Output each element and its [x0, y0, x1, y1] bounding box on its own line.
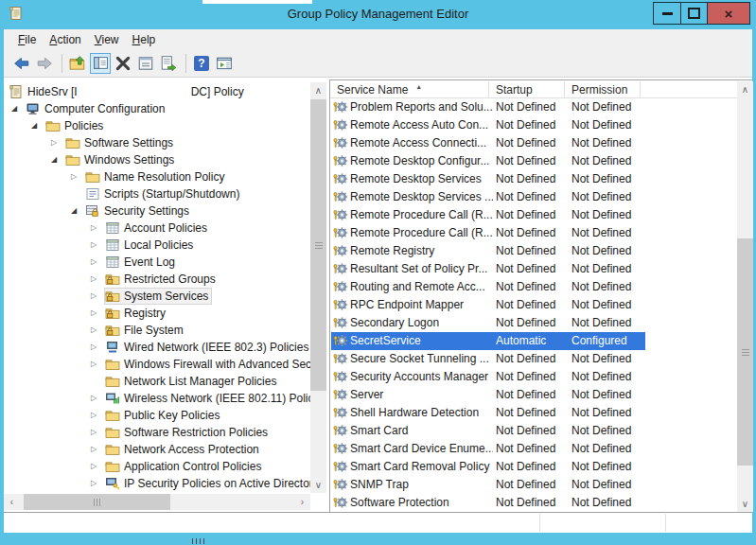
tree-item-network-access-protection[interactable]: ▷ Network Access Protection	[4, 441, 310, 458]
service-row-secretservice[interactable]: SecretService Automatic Configured	[330, 332, 737, 350]
tree-item-file-system[interactable]: ▷ File System	[4, 322, 310, 339]
service-row-remote-procedure-call-r[interactable]: Remote Procedure Call (R... Not Defined …	[330, 206, 737, 224]
tree-item-policies[interactable]: ◢ Policies	[4, 117, 310, 134]
tree-item-software-settings[interactable]: ▷ Software Settings	[4, 134, 310, 151]
expander-icon[interactable]: ▷	[91, 305, 104, 322]
expander-icon[interactable]: ◢	[31, 117, 44, 134]
scroll-down-icon[interactable]: ∨	[737, 496, 753, 512]
tree-item-wireless-network-ieee-802-11-policie[interactable]: ▷ Wireless Network (IEEE 802.11) Policie	[4, 390, 310, 407]
tree-item-windows-firewall-with-advanced-secu[interactable]: ▷ Windows Firewall with Advanced Secu	[4, 356, 310, 373]
tree-hscroll-thumb[interactable]	[24, 494, 170, 510]
tree-horizontal-scrollbar[interactable]: ‹ ›	[4, 494, 310, 510]
tree-item-network-list-manager-policies[interactable]: Network List Manager Policies	[4, 373, 310, 390]
list-vertical-scrollbar[interactable]: ∧ ∨	[737, 81, 753, 512]
service-row-secondary-logon[interactable]: Secondary Logon Not Defined Not Defined	[330, 314, 737, 332]
service-row-rpc-endpoint-mapper[interactable]: RPC Endpoint Mapper Not Defined Not Defi…	[330, 296, 737, 314]
column-header-service-name[interactable]: Service Name▲	[330, 81, 489, 98]
tree-item-wired-network-ieee-802-3-policies[interactable]: ▷ Wired Network (IEEE 802.3) Policies	[4, 339, 310, 356]
service-row-routing-and-remote-acc[interactable]: Routing and Remote Acc... Not Defined No…	[330, 278, 737, 296]
scroll-down-icon[interactable]: ∨	[310, 477, 326, 493]
expander-icon[interactable]: ▷	[91, 339, 104, 356]
tree-item-registry[interactable]: ▷ Registry	[4, 305, 310, 322]
delete-icon[interactable]	[113, 53, 133, 74]
menu-help[interactable]: Help	[126, 31, 163, 48]
tree-item-event-log[interactable]: ▷ Event Log	[4, 254, 310, 271]
service-row-secure-socket-tunneling[interactable]: Secure Socket Tunneling ... Not Defined …	[330, 350, 737, 368]
forward-icon[interactable]	[34, 53, 55, 74]
scroll-up-icon[interactable]: ∧	[737, 81, 753, 97]
scroll-up-icon[interactable]: ∧	[310, 82, 326, 98]
expander-icon[interactable]: ▷	[51, 134, 64, 151]
up-one-level-icon[interactable]	[67, 53, 88, 74]
service-row-remote-registry[interactable]: Remote Registry Not Defined Not Defined	[330, 242, 737, 260]
service-row-resultant-set-of-policy-pr[interactable]: Resultant Set of Policy Pr... Not Define…	[330, 260, 737, 278]
tree-vertical-scrollbar[interactable]: ∧ ∨	[310, 82, 326, 493]
service-row-shell-hardware-detection[interactable]: Shell Hardware Detection Not Defined Not…	[330, 404, 737, 422]
expander-icon[interactable]: ▷	[91, 254, 104, 271]
tree-item-security-settings[interactable]: ◢ Security Settings	[4, 202, 310, 220]
maximize-button[interactable]	[680, 2, 708, 25]
expander-icon[interactable]: ▷	[91, 424, 104, 441]
tree-item-public-key-policies[interactable]: ▷ Public Key Policies	[4, 407, 310, 424]
window-resize-grip[interactable]	[192, 538, 205, 544]
service-row-snmp-trap[interactable]: SNMP Trap Not Defined Not Defined	[330, 476, 737, 494]
expander-icon[interactable]: ▷	[91, 475, 104, 492]
show-console-tree-icon[interactable]	[90, 53, 111, 74]
expander-icon[interactable]: ▷	[91, 237, 104, 254]
service-row-remote-access-connecti[interactable]: Remote Access Connecti... Not Defined No…	[330, 134, 737, 152]
properties-icon[interactable]	[135, 53, 156, 74]
service-row-security-accounts-manager[interactable]: Security Accounts Manager Not Defined No…	[330, 368, 737, 386]
service-row-remote-desktop-services[interactable]: Remote Desktop Services ... Not Defined …	[330, 188, 737, 206]
expander-icon[interactable]: ◢	[11, 100, 25, 117]
expander-icon[interactable]: ▷	[91, 458, 104, 475]
tree-item-computer-configuration[interactable]: ◢ Computer Configuration	[4, 100, 310, 117]
scroll-left-icon[interactable]: ‹	[4, 494, 20, 510]
tree-item-ip-security-policies-on-active-director[interactable]: ▷ IP Security Policies on Active Directo…	[4, 475, 310, 492]
back-icon[interactable]	[11, 53, 32, 74]
service-row-smart-card-removal-policy[interactable]: Smart Card Removal Policy Not Defined No…	[330, 458, 737, 476]
service-row-remote-desktop-services[interactable]: Remote Desktop Services Not Defined Not …	[330, 170, 737, 188]
expander-icon[interactable]: ◢	[71, 202, 84, 220]
column-header-startup[interactable]: Startup	[489, 81, 565, 98]
show-action-pane-icon[interactable]	[214, 53, 235, 74]
tree-item-name-resolution-policy[interactable]: ▷ Name Resolution Policy	[4, 168, 310, 185]
expander-icon[interactable]: ▷	[91, 441, 104, 458]
tree-item-software-restriction-policies[interactable]: ▷ Software Restriction Policies	[4, 424, 310, 441]
expander-icon[interactable]: ▷	[91, 220, 104, 237]
expander-icon[interactable]: ▷	[91, 288, 104, 305]
service-row-smart-card-device-enume[interactable]: Smart Card Device Enume... Not Defined N…	[330, 440, 737, 458]
expander-icon[interactable]: ▷	[71, 168, 84, 185]
expander-icon[interactable]: ▷	[91, 322, 104, 339]
expander-icon[interactable]: ◢	[51, 151, 64, 168]
expander-icon[interactable]: ▷	[91, 390, 104, 407]
expander-icon[interactable]: ▷	[91, 356, 104, 373]
export-list-icon[interactable]	[158, 53, 179, 74]
close-button[interactable]: ×	[707, 2, 750, 25]
menu-view[interactable]: View	[88, 31, 126, 48]
service-row-remote-access-auto-con[interactable]: Remote Access Auto Con... Not Defined No…	[330, 116, 737, 134]
expander-icon[interactable]: ▷	[91, 407, 104, 424]
service-row-software-protection[interactable]: Software Protection Not Defined Not Defi…	[330, 494, 737, 512]
service-row-server[interactable]: Server Not Defined Not Defined	[330, 386, 737, 404]
tree-item-scripts-startup-shutdown[interactable]: Scripts (Startup/Shutdown)	[4, 185, 310, 202]
expander-icon[interactable]: ▷	[91, 271, 104, 288]
tree-vscroll-thumb[interactable]	[310, 99, 326, 391]
tree-item-system-services[interactable]: ▷ System Services	[4, 288, 310, 305]
tree-item-restricted-groups[interactable]: ▷ Restricted Groups	[4, 271, 310, 288]
help-icon[interactable]: ?	[191, 53, 212, 74]
minimize-button[interactable]	[653, 2, 681, 25]
list-vscroll-thumb[interactable]	[737, 238, 753, 466]
service-row-remote-procedure-call-r[interactable]: Remote Procedure Call (R... Not Defined …	[330, 224, 737, 242]
menu-file[interactable]: File	[11, 31, 43, 48]
service-row-remote-desktop-configur[interactable]: Remote Desktop Configur... Not Defined N…	[330, 152, 737, 170]
tree-item-application-control-policies[interactable]: ▷ Application Control Policies	[4, 458, 310, 475]
service-row-smart-card[interactable]: Smart Card Not Defined Not Defined	[330, 422, 737, 440]
column-header-permission[interactable]: Permission	[565, 81, 641, 98]
scroll-right-icon[interactable]: ›	[294, 494, 310, 510]
tree-item-windows-settings[interactable]: ◢ Windows Settings	[4, 151, 310, 168]
tree-item-local-policies[interactable]: ▷ Local Policies	[4, 237, 310, 254]
service-row-problem-reports-and-solu[interactable]: Problem Reports and Solu... Not Defined …	[330, 98, 737, 116]
tree-root-policy[interactable]: HideSrv [I DC] Policy	[4, 83, 310, 100]
menu-action[interactable]: Action	[43, 31, 87, 48]
tree-item-account-policies[interactable]: ▷ Account Policies	[4, 220, 310, 237]
